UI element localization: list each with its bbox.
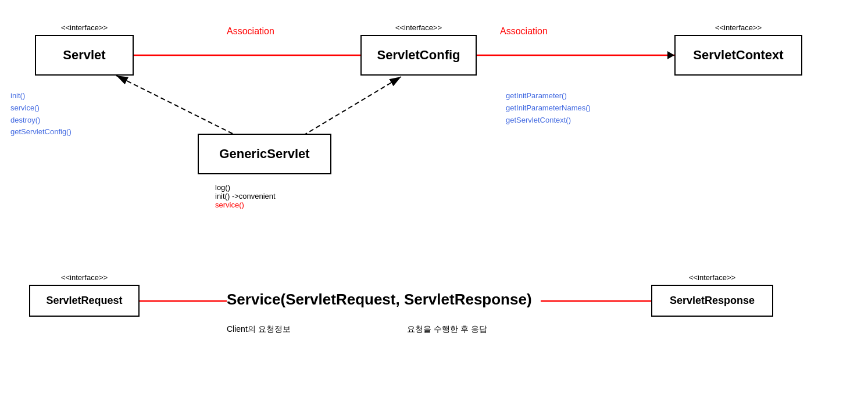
servletcontext-method-1: getInitParameter() (506, 90, 591, 102)
servlet-stereotype: <<interface>> (47, 23, 122, 32)
servletcontext-method-2: getInitParameterNames() (506, 102, 591, 114)
servletcontext-label: ServletContext (693, 48, 783, 63)
svg-line-3 (297, 77, 401, 139)
generic-method-1: log() (215, 183, 276, 192)
association-label-1: Association (227, 26, 274, 37)
servletrequest-stereotype: <<interface>> (38, 273, 131, 282)
servletconfig-stereotype: <<interface>> (384, 23, 453, 32)
response-note: 요청을 수행한 후 응답 (407, 324, 487, 335)
genericservlet-label: GenericServlet (219, 146, 309, 162)
servlet-method-4: getServletConfig() (10, 126, 72, 138)
servletcontext-stereotype: <<interface>> (689, 23, 788, 32)
client-note: Client의 요청정보 (227, 324, 291, 335)
genericservlet-methods: log() init() ->convenient service() (215, 183, 276, 209)
servletresponse-label: ServletResponse (670, 295, 755, 307)
servlet-method-1: init() (10, 90, 72, 102)
servlet-label: Servlet (63, 48, 105, 63)
servletcontext-method-3: getServletContext() (506, 114, 591, 127)
servletconfig-box: ServletConfig (360, 35, 477, 76)
servletrequest-label: ServletRequest (46, 295, 122, 307)
servletresponse-box: ServletResponse (651, 285, 773, 317)
diagram-container: Servlet <<interface>> init() service() d… (0, 0, 868, 394)
servlet-method-2: service() (10, 102, 72, 114)
servlet-methods: init() service() destroy() getServletCon… (10, 90, 72, 138)
genericservlet-box: GenericServlet (198, 134, 331, 174)
servlet-box: Servlet (35, 35, 134, 76)
svg-marker-7 (667, 51, 674, 59)
generic-method-3: service() (215, 200, 276, 209)
service-method-label: Service(ServletRequest, ServletResponse) (227, 291, 532, 309)
servletcontext-box: ServletContext (674, 35, 802, 76)
svg-line-2 (116, 76, 233, 134)
generic-method-2: init() ->convenient (215, 192, 276, 200)
servletresponse-stereotype: <<interface>> (666, 273, 759, 282)
servletrequest-box: ServletRequest (29, 285, 140, 317)
association-label-2: Association (500, 26, 548, 37)
servletconfig-label: ServletConfig (377, 48, 460, 63)
servlet-method-3: destroy() (10, 114, 72, 127)
servletcontext-methods: getInitParameter() getInitParameterNames… (506, 90, 591, 126)
